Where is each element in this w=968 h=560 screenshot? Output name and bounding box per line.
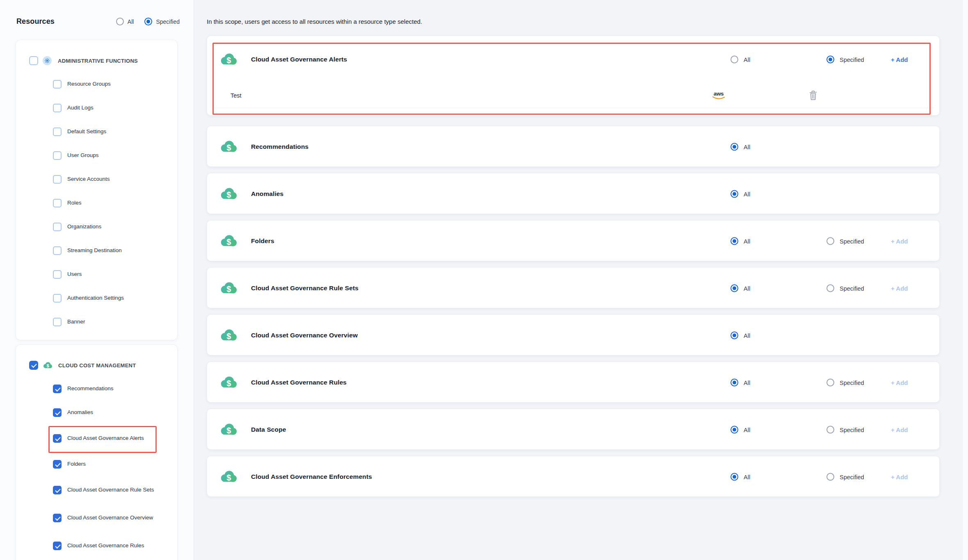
trash-icon[interactable] <box>809 90 817 100</box>
group-card-administrative-functions: ADMINISTRATIVE FUNCTIONS Resource Groups… <box>16 40 178 340</box>
scope-option-specified[interactable]: Specified <box>826 237 864 245</box>
sidebar-item-cloud-asset-governance-rule-sets[interactable]: Cloud Asset Governance Rule Sets <box>16 476 177 504</box>
scope-option-specified[interactable]: Specified <box>826 379 864 387</box>
radio-specified-icon[interactable] <box>826 426 834 434</box>
resource-row-header: $ Cloud Asset Governance Rule Sets All S… <box>207 268 939 309</box>
checkbox[interactable] <box>53 270 62 279</box>
scope-option-all[interactable]: All <box>731 332 750 339</box>
scope-option-all[interactable]: All <box>731 56 750 64</box>
checkbox[interactable] <box>53 127 62 136</box>
resources-scope-specified[interactable]: Specified <box>144 18 180 25</box>
sidebar-item-cloud-asset-governance-overview[interactable]: Cloud Asset Governance Overview <box>16 504 177 532</box>
sidebar-item-default-settings[interactable]: Default Settings <box>16 120 177 143</box>
group-checkbox[interactable] <box>29 56 38 65</box>
radio-specified-icon[interactable] <box>826 237 834 245</box>
checkbox[interactable] <box>53 246 62 255</box>
checkbox[interactable] <box>53 175 62 184</box>
add-button[interactable]: + Add <box>891 379 908 386</box>
sidebar-item-service-accounts[interactable]: Service Accounts <box>16 167 177 191</box>
radio-all-icon[interactable] <box>731 143 738 151</box>
checkbox[interactable] <box>53 434 62 443</box>
add-button[interactable]: + Add <box>891 56 908 63</box>
sidebar-item-audit-logs[interactable]: Audit Logs <box>16 96 177 120</box>
radio-all-label: All <box>744 285 750 291</box>
svg-text:$: $ <box>226 285 231 294</box>
sidebar-item-recommendations[interactable]: Recommendations <box>16 377 177 401</box>
resources-scope-all[interactable]: All <box>116 18 134 25</box>
radio-all-icon[interactable] <box>731 379 738 387</box>
radio-all-icon[interactable] <box>731 426 738 434</box>
checkbox[interactable] <box>53 104 62 112</box>
radio-all-icon[interactable] <box>731 237 738 245</box>
checkbox[interactable] <box>53 223 62 231</box>
radio-all-label: All <box>744 473 750 480</box>
checkbox[interactable] <box>53 542 62 550</box>
scope-option-specified[interactable]: Specified <box>826 56 864 64</box>
group-items: RecommendationsAnomaliesCloud Asset Gove… <box>16 377 177 560</box>
scope-option-all[interactable]: All <box>731 426 750 434</box>
scope-option-specified[interactable]: Specified <box>826 473 864 481</box>
sidebar-item-label: Cloud Asset Governance Rules <box>67 542 144 549</box>
resource-row-header: $ Recommendations All <box>207 126 939 167</box>
resource-row-label: Cloud Asset Governance Overview <box>251 332 358 339</box>
checkbox[interactable] <box>53 199 62 207</box>
radio-all-icon[interactable] <box>731 473 738 481</box>
sidebar-item-anomalies[interactable]: Anomalies <box>16 401 177 424</box>
scope-option-all[interactable]: All <box>731 143 750 151</box>
radio-specified-icon[interactable] <box>826 473 834 481</box>
permissions-resources-page: Resources All Specified ADMINISTRATIVE F… <box>0 0 968 560</box>
radio-specified-icon[interactable] <box>144 18 152 25</box>
sidebar-item-resource-groups[interactable]: Resource Groups <box>16 72 177 96</box>
scope-option-all[interactable]: All <box>731 379 750 387</box>
checkbox[interactable] <box>53 318 62 326</box>
sidebar-item-cloud-asset-governance-rules[interactable]: Cloud Asset Governance Rules <box>16 532 177 560</box>
radio-all-label: All <box>744 191 750 197</box>
svg-text:$: $ <box>226 379 231 388</box>
aws-logo-icon: aws <box>712 91 726 100</box>
sidebar-item-user-groups[interactable]: User Groups <box>16 143 177 167</box>
scope-option-all[interactable]: All <box>731 237 750 245</box>
sidebar-item-authentication-settings[interactable]: Authentication Settings <box>16 286 177 310</box>
sidebar-item-label: Recommendations <box>67 385 114 392</box>
add-button[interactable]: + Add <box>891 238 908 245</box>
sidebar-item-banner[interactable]: Banner <box>16 310 177 334</box>
scope-option-specified[interactable]: Specified <box>826 285 864 292</box>
scope-option-specified[interactable]: Specified <box>826 426 864 434</box>
radio-all-icon[interactable] <box>731 190 738 198</box>
radio-specified-icon[interactable] <box>826 285 834 292</box>
resource-row-label: Cloud Asset Governance Rule Sets <box>251 285 358 292</box>
checkbox[interactable] <box>53 514 62 522</box>
scope-option-all[interactable]: All <box>731 473 750 481</box>
sidebar-item-organizations[interactable]: Organizations <box>16 215 177 239</box>
page-title: Resources <box>16 17 55 26</box>
add-button[interactable]: + Add <box>891 285 908 292</box>
add-button[interactable]: + Add <box>891 426 908 433</box>
radio-all-icon[interactable] <box>731 285 738 292</box>
group-card-cloud-cost-management: $ CLOUD COST MANAGEMENT RecommendationsA… <box>16 344 178 560</box>
radio-specified-icon[interactable] <box>826 379 834 387</box>
checkbox[interactable] <box>53 151 62 160</box>
sidebar-item-folders[interactable]: Folders <box>16 452 177 476</box>
sidebar-item-cloud-asset-governance-alerts[interactable]: Cloud Asset Governance Alerts <box>16 424 177 452</box>
group-checkbox[interactable] <box>29 361 38 370</box>
checkbox[interactable] <box>53 385 62 393</box>
sidebar-item-streaming-destination[interactable]: Streaming Destination <box>16 239 177 262</box>
radio-specified-icon[interactable] <box>826 56 834 64</box>
sidebar-item-roles[interactable]: Roles <box>16 191 177 215</box>
radio-all-icon[interactable] <box>731 332 738 339</box>
checkbox[interactable] <box>53 486 62 494</box>
resource-row-header: $ Cloud Asset Governance Alerts All Spec… <box>207 36 939 83</box>
checkbox[interactable] <box>53 294 62 303</box>
sidebar-item-users[interactable]: Users <box>16 262 177 286</box>
resource-rows: $ Cloud Asset Governance Alerts All Spec… <box>207 36 940 503</box>
add-button[interactable]: + Add <box>891 473 908 480</box>
radio-all-icon[interactable] <box>116 18 124 25</box>
scrollbar[interactable] <box>962 0 968 560</box>
checkbox[interactable] <box>53 408 62 417</box>
checkbox[interactable] <box>53 460 62 469</box>
sidebar-item-label: Banner <box>67 318 85 326</box>
checkbox[interactable] <box>53 80 62 89</box>
scope-option-all[interactable]: All <box>731 190 750 198</box>
radio-all-icon[interactable] <box>731 56 738 64</box>
scope-option-all[interactable]: All <box>731 285 750 292</box>
